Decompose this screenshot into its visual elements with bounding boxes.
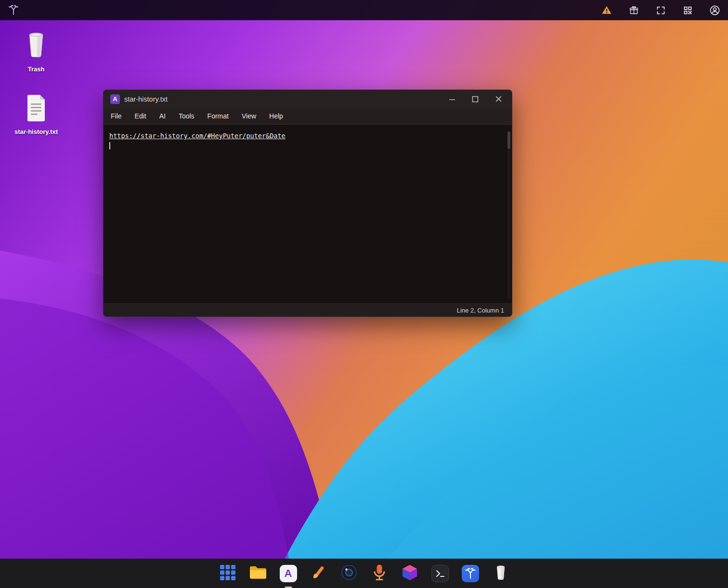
top-bar — [0, 0, 728, 20]
dock-item-terminal[interactable] — [430, 563, 450, 584]
editor-statusbar: Line 2, Column 1 — [104, 303, 512, 316]
editor-line-1: https://star-history.com/#HeyPuter/puter… — [109, 131, 506, 141]
terminal-icon — [431, 565, 449, 582]
qr-code-icon[interactable] — [682, 4, 693, 16]
dock-item-app-center[interactable] — [218, 563, 238, 584]
menu-help[interactable]: Help — [269, 112, 283, 120]
editor-window: A star-history.txt File Edit AI Tools Fo… — [103, 90, 512, 317]
dock-item-editor[interactable]: A — [278, 563, 299, 584]
text-file-icon — [25, 94, 48, 124]
window-titlebar[interactable]: A star-history.txt — [104, 90, 512, 108]
paintbrush-icon — [311, 564, 327, 583]
menu-ai[interactable]: AI — [159, 112, 166, 120]
editor-scrollbar[interactable] — [507, 131, 510, 299]
desktop-icon-file[interactable]: star-history.txt — [7, 94, 65, 136]
text-cursor — [109, 142, 110, 149]
menu-tools[interactable]: Tools — [179, 112, 195, 120]
desktop-icon-trash-label: Trash — [28, 66, 45, 73]
dock-item-cube-viewer[interactable] — [400, 563, 420, 584]
microphone-icon — [372, 564, 387, 583]
menu-format[interactable]: Format — [208, 112, 229, 120]
menu-edit[interactable]: Edit — [135, 112, 146, 120]
fullscreen-icon[interactable] — [655, 4, 666, 16]
maximize-button[interactable] — [471, 95, 479, 103]
dock-item-voice-recorder[interactable] — [369, 563, 390, 584]
puter-dock-icon — [462, 565, 479, 582]
dock-item-files[interactable] — [248, 563, 268, 584]
active-app-indicator — [285, 587, 292, 588]
editor-line-2 — [109, 141, 506, 150]
menu-file[interactable]: File — [111, 112, 122, 120]
trash-dock-icon — [494, 564, 508, 583]
window-title: star-history.txt — [124, 95, 168, 103]
trash-icon — [24, 30, 49, 62]
dock-item-trash[interactable] — [491, 563, 511, 584]
editor-app-icon: A — [110, 94, 120, 104]
dock-item-camera[interactable] — [339, 563, 359, 584]
dock-item-paint[interactable] — [309, 563, 329, 584]
gift-icon[interactable] — [628, 4, 639, 16]
app-grid-icon — [220, 564, 236, 583]
account-icon[interactable] — [709, 4, 720, 16]
camera-lens-icon — [340, 564, 358, 583]
desktop-icon-trash[interactable]: Trash — [7, 30, 65, 73]
minimize-button[interactable] — [448, 95, 456, 103]
dock-item-puter[interactable] — [460, 563, 481, 584]
desktop-icon-file-label: star-history.txt — [14, 129, 58, 136]
editor-menubar: File Edit AI Tools Format View Help — [104, 108, 512, 125]
dock: A — [0, 559, 728, 588]
cursor-position-status: Line 2, Column 1 — [457, 307, 504, 314]
puter-logo-icon[interactable] — [8, 4, 19, 16]
editor-dock-icon: A — [280, 565, 297, 582]
close-button[interactable] — [494, 95, 502, 103]
cube-icon — [402, 564, 418, 583]
menu-view[interactable]: View — [242, 112, 256, 120]
editor-text-area[interactable]: https://star-history.com/#HeyPuter/puter… — [104, 125, 512, 303]
warning-icon[interactable] — [601, 4, 612, 16]
folder-icon — [249, 565, 267, 582]
editor-scrollbar-thumb[interactable] — [507, 131, 510, 149]
